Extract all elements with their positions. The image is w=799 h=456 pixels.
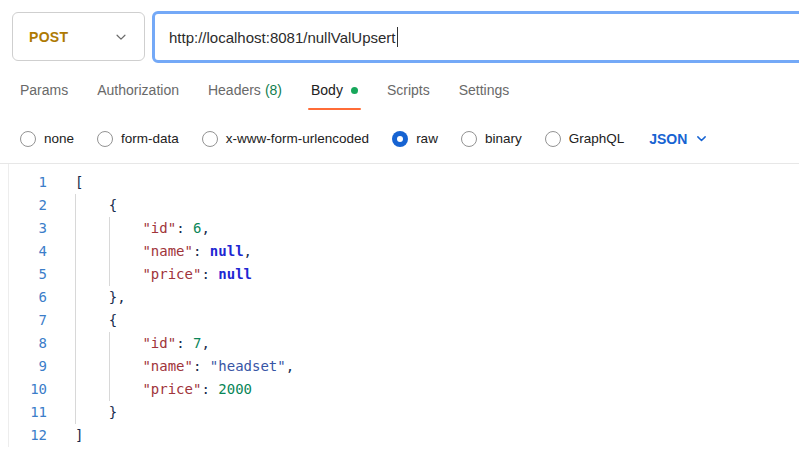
code-token: [ [75, 174, 83, 190]
url-text: http://localhost:8081/nullValUpsert [169, 29, 396, 46]
body-code-editor[interactable]: 1[2{3"id": 6,4"name": null,5"price": nul… [8, 164, 799, 447]
line-number: 8 [9, 332, 47, 355]
language-dropdown[interactable]: JSON [649, 131, 708, 147]
unsaved-changes-dot-icon [351, 87, 358, 94]
url-input[interactable]: http://localhost:8081/nullValUpsert [152, 11, 799, 63]
indent-guide [75, 240, 109, 263]
indent-guide [109, 378, 143, 401]
code-line[interactable]: 1[ [9, 171, 799, 194]
request-tabs: Params Authorization Headers (8) Body Sc… [0, 62, 799, 110]
code-line-content: "id": 7, [47, 332, 210, 355]
code-token: { [109, 312, 117, 328]
code-line[interactable]: 11} [9, 401, 799, 424]
code-token: }, [109, 289, 126, 305]
tab-label: Body [311, 82, 343, 98]
indent-guide [75, 263, 109, 286]
radio-raw[interactable]: raw [392, 131, 438, 147]
line-number: 9 [9, 355, 47, 378]
code-token: : [176, 335, 193, 351]
code-token: "headset" [210, 358, 286, 374]
code-token: { [109, 197, 117, 213]
indent-guide [75, 378, 109, 401]
code-line-content: "name": null, [47, 240, 252, 263]
method-dropdown[interactable]: POST [12, 12, 145, 61]
code-line-content: "name": "headset", [47, 355, 294, 378]
radio-label: raw [416, 131, 438, 146]
radio-label: binary [485, 131, 522, 146]
code-token: , [286, 358, 294, 374]
radio-icon [545, 131, 561, 147]
code-line-content: "price": 2000 [47, 378, 252, 401]
text-cursor [397, 27, 398, 47]
tab-params[interactable]: Params [20, 82, 68, 110]
indent-guide [109, 240, 143, 263]
code-line[interactable]: 9"name": "headset", [9, 355, 799, 378]
radio-binary[interactable]: binary [461, 131, 522, 147]
radio-graphql[interactable]: GraphQL [545, 131, 625, 147]
tab-settings[interactable]: Settings [459, 82, 510, 110]
tab-label: Scripts [387, 82, 430, 98]
code-token: : [193, 358, 210, 374]
code-line[interactable]: 5"price": null [9, 263, 799, 286]
code-token: } [109, 404, 117, 420]
code-token: ] [75, 427, 83, 443]
radio-label: none [44, 131, 74, 146]
tab-headers[interactable]: Headers (8) [208, 82, 282, 110]
indent-guide [109, 355, 143, 378]
tab-label: Params [20, 82, 68, 98]
indent-guide [109, 217, 143, 240]
line-number: 6 [9, 286, 47, 309]
code-line[interactable]: 12] [9, 424, 799, 447]
code-line-content: }, [47, 286, 126, 309]
code-line-content: "id": 6, [47, 217, 210, 240]
radio-label: GraphQL [569, 131, 625, 146]
line-number: 1 [9, 171, 47, 194]
code-token: : [193, 243, 210, 259]
code-token: , [201, 335, 209, 351]
tab-body[interactable]: Body [311, 82, 358, 110]
code-token: "id" [142, 335, 176, 351]
radio-label: form-data [121, 131, 179, 146]
tab-scripts[interactable]: Scripts [387, 82, 430, 110]
line-number: 3 [9, 217, 47, 240]
radio-icon [461, 131, 477, 147]
indent-guide [75, 355, 109, 378]
radio-label: x-www-form-urlencoded [226, 131, 369, 146]
line-number: 12 [9, 424, 47, 447]
code-line[interactable]: 2{ [9, 194, 799, 217]
indent-guide [75, 217, 109, 240]
line-number: 11 [9, 401, 47, 424]
code-line[interactable]: 7{ [9, 309, 799, 332]
indent-guide [109, 263, 143, 286]
code-token: : [201, 381, 218, 397]
radio-x-www-form-urlencoded[interactable]: x-www-form-urlencoded [202, 131, 369, 147]
code-line[interactable]: 10"price": 2000 [9, 378, 799, 401]
code-token: "name" [142, 358, 193, 374]
tab-authorization[interactable]: Authorization [97, 82, 179, 110]
code-token: "price" [142, 381, 201, 397]
tab-label: Headers [208, 82, 261, 98]
code-token: : [176, 220, 193, 236]
tab-label: Settings [459, 82, 510, 98]
indent-guide [75, 332, 109, 355]
indent-guide [75, 401, 109, 424]
code-line[interactable]: 8"id": 7, [9, 332, 799, 355]
code-line[interactable]: 6}, [9, 286, 799, 309]
code-token: , [244, 243, 252, 259]
code-token: "name" [142, 243, 193, 259]
radio-selected-icon [392, 131, 408, 147]
code-line[interactable]: 4"name": null, [9, 240, 799, 263]
chevron-down-icon [695, 132, 708, 145]
code-line-content: { [47, 309, 117, 332]
code-line-content: [ [47, 171, 83, 194]
code-line-content: } [47, 401, 117, 424]
code-line-content: ] [47, 424, 83, 447]
indent-guide [109, 332, 143, 355]
code-line[interactable]: 3"id": 6, [9, 217, 799, 240]
radio-form-data[interactable]: form-data [97, 131, 179, 147]
radio-none[interactable]: none [20, 131, 74, 147]
tab-label: Authorization [97, 82, 179, 98]
headers-count-badge: (8) [265, 82, 282, 98]
code-line-content: "price": null [47, 263, 252, 286]
code-token: 2000 [218, 381, 252, 397]
